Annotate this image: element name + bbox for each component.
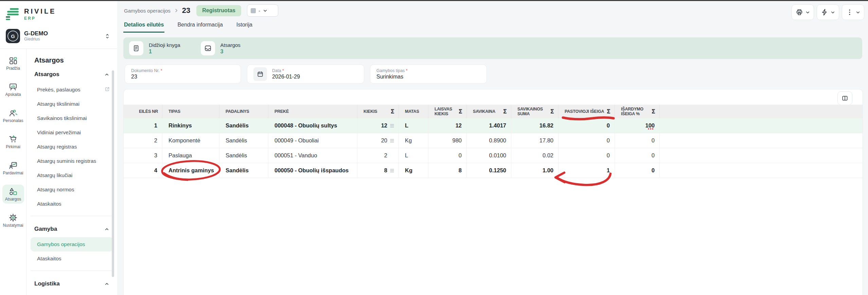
sidebar-item-label: Atsargų registras [37,144,77,150]
sidebar-scrollbar[interactable] [112,70,114,277]
quick-actions-button[interactable] [817,4,839,20]
sum-icon[interactable]: Σ [607,108,610,115]
cell-prekė: 000048 - Obuolių sultys [268,118,357,133]
more-button[interactable] [842,4,864,20]
sidebar-item-vidiniai-pervežimai[interactable]: Vidiniai pervežimai [31,125,113,140]
table-row-4[interactable]: 4Antrinis gaminysSandėlis000050 - Obuoli… [124,163,863,178]
cell-value: 0.02 [543,152,553,159]
sidebar-section-logistika[interactable]: Logistika [26,276,117,292]
sidebar-item-ataskaitos[interactable]: Ataskaitos [31,251,113,266]
column-header-kiekis[interactable]: KIEKISΣ [357,105,399,118]
rail-item-pardavimai[interactable]: Pardavimai [2,158,24,177]
field-gamybos-tipas[interactable]: Gamybos tipas *Surinkimas [370,65,487,84]
cell-išardymo-išeiga-%: 0 [615,133,660,148]
table-row-1[interactable]: 1RinkinysSandėlis000048 - Obuolių sultys… [124,118,863,133]
window-top-edge [0,0,868,1]
brand-suffix: ERP [24,16,56,21]
dashboard-icon [9,56,17,65]
cell-pastovioji-išeiga: 1 [559,163,615,178]
column-header-prekė[interactable]: PREKĖ [268,105,357,118]
printer-icon [796,8,803,16]
tab-istorija[interactable]: Istorija [236,20,253,33]
cell-value: Sandėlis [226,137,247,144]
sidebar-item-atsargų-likučiai[interactable]: Atsargų likučiai [31,168,113,183]
status-select[interactable]: - [247,4,278,17]
sidebar-item-atsargų-registras[interactable]: Atsargų registras [31,140,113,154]
sidebar-section-atsargos[interactable]: Atsargos [26,66,117,83]
unfold-chevrons-icon[interactable] [105,33,110,39]
cell-value: Antrinis gaminys [169,167,214,174]
cell-kiekis: 20 [357,133,399,148]
sidebar-item-atsargų-suminis-registras[interactable]: Atsargų suminis registras [31,154,113,168]
sum-icon[interactable]: Σ [459,108,462,115]
tab-detalios-eilutės[interactable]: Detalios eilutės [123,20,164,33]
sidebar: Atsargos AtsargosPrekės, paslaugosAtsarg… [26,49,117,295]
sidebar-item-prekės-paslaugos[interactable]: Prekės, paslaugos [31,83,113,97]
sidebar-section-gamyba[interactable]: Gamyba [26,221,117,237]
rail-item-atsargos[interactable]: Atsargos [2,185,24,204]
column-header-eilės-nr[interactable]: EILĖS NR [124,105,162,118]
cell-laisvas-kiekis: 12 [428,118,467,133]
cell-value: 000048 - Obuolių sultys [274,122,337,129]
status-badge: Registruotas [196,5,241,16]
rail-item-apskaita[interactable]: Apskaita [2,80,24,99]
column-settings-button[interactable] [837,91,852,105]
calendar-icon[interactable] [253,67,267,81]
rail-item-nustatymai[interactable]: Nustatymai [2,211,24,230]
cell-value: 0 [652,152,655,159]
column-header-padalinys[interactable]: PADALINYS [219,105,268,118]
header-actions [792,4,864,20]
rail-item-pradzia[interactable]: Pradžia [2,54,24,73]
column-label: EILĖS NR [139,109,158,114]
workspace-switcher[interactable]: G G-DEMO Giedrius [6,29,112,44]
sidebar-item-label: Gamybos operacijos [37,241,85,247]
sidebar-item-gamybos-operacijos[interactable]: Gamybos operacijos [31,237,113,251]
sidebar-item-ataskaitos[interactable]: Ataskaitos [31,197,113,211]
tab-bendra-informacija[interactable]: Bendra informacija [177,20,223,33]
column-header-savikaina[interactable]: SAVIKAINAΣ [467,105,511,118]
rail-item-personalas[interactable]: Personalas [2,106,24,125]
chevron-down-icon [831,10,835,15]
column-header-matas[interactable]: MATAS [399,105,428,118]
external-link-icon [105,87,110,92]
people-icon [9,109,17,117]
cell-value: 0 [652,167,655,174]
column-header-savikainos-suma[interactable]: SAVIKAINOS SUMAΣ [511,105,559,118]
cell-kiekis: 12 [357,118,399,133]
table-row-2[interactable]: 2KomponentėSandėlis000049 - Obuoliai20Kg… [124,133,863,148]
cell-savikaina: 0.0100 [467,148,511,163]
cell-value: 12 [381,122,387,129]
sidebar-item-label: Ataskaitos [37,201,61,207]
sidebar-item-label: Atsargų normos [37,187,74,193]
column-header-laisvas-kiekis[interactable]: LAISVAS KIEKISΣ [428,105,467,118]
cell-value: 8 [384,167,387,174]
breadcrumb-link[interactable]: Gamybos operacijos [124,8,171,14]
sidebar-item-savikainos-tikslinimai[interactable]: Savikainos tikslinimai [31,111,113,125]
sum-icon[interactable]: Σ [652,108,655,115]
cell-išardymo-išeiga-%: 0 [615,163,660,178]
sidebar-section-label: Gamyba [34,226,57,232]
cell-value: 000050 - Obuolių išspaudos [274,167,349,174]
column-label: PADALINYS [226,109,249,114]
field-dokumento-nr[interactable]: Dokumento Nr. *23 [125,65,241,84]
lightning-icon [821,8,828,16]
chevron-down-icon [263,8,267,13]
sidebar-item-label: Savikainos tikslinimai [37,115,87,121]
rail-item-pirkimai[interactable]: Pirkimai [2,132,24,151]
column-header-tipas[interactable]: TIPAS [162,105,219,118]
avatar: G [6,29,20,43]
field-data[interactable]: Data *2026-01-29 [247,65,364,84]
cell-value: 3 [154,152,157,159]
sum-icon[interactable]: Σ [550,108,554,115]
sum-icon[interactable]: Σ [503,108,507,115]
sum-icon[interactable]: Σ [391,108,394,115]
sidebar-item-atsargų-tikslinimai[interactable]: Atsargų tikslinimai [31,97,113,111]
tab-bar: Detalios eilutėsBendra informacijaIstori… [123,20,253,33]
column-header-pastovioji-išeiga[interactable]: PASTOVIOJI IŠEIGAΣ [559,105,615,118]
print-button[interactable] [792,4,814,20]
table-row-3[interactable]: 3PaslaugaSandėlis000051 - Vanduo2L00.010… [124,148,863,163]
sidebar-item-atsargų-normos[interactable]: Atsargų normos [31,183,113,197]
cell-pastovioji-išeiga: 0 [559,133,615,148]
column-header-išardymo-išeiga-%[interactable]: IŠARDYMO IŠEIGA %Σ [615,105,660,118]
cell-value: 2 [154,137,157,144]
